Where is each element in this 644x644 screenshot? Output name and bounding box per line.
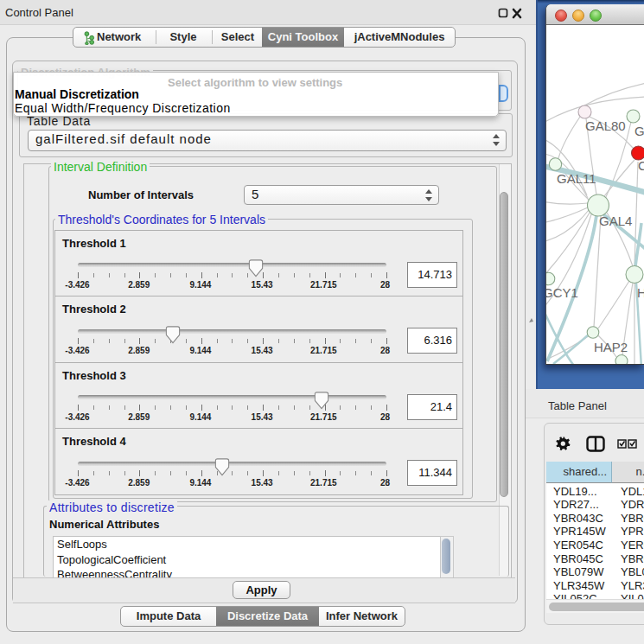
svg-text:GA: GA [634,124,644,138]
svg-text:GAL4: GAL4 [599,214,632,228]
svg-text:H: H [637,285,644,300]
svg-text:GAL80: GAL80 [585,118,626,133]
svg-text:HAP2: HAP2 [594,340,628,354]
svg-text:C: C [638,158,644,173]
svg-text:GAL11: GAL11 [557,171,596,186]
svg-text:GCY1: GCY1 [546,285,578,300]
